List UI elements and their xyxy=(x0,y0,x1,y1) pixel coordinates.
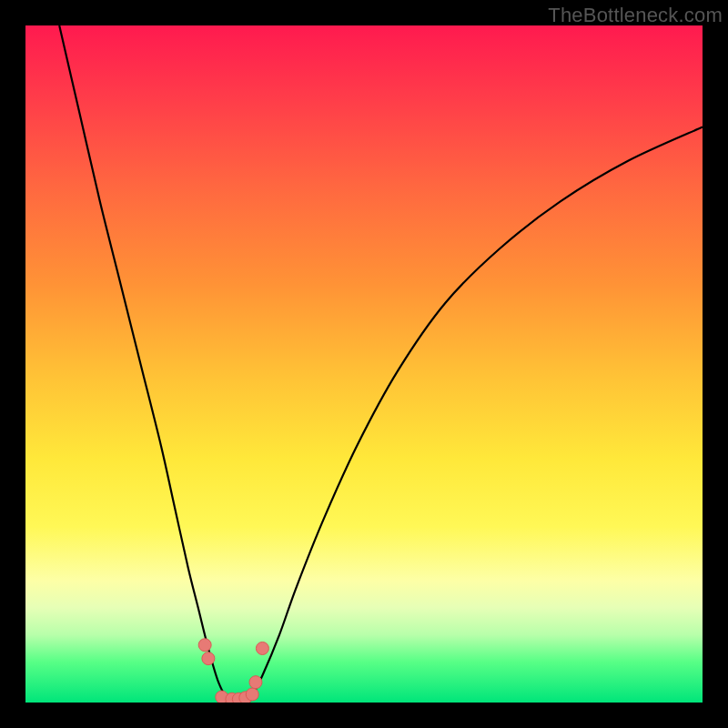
curve-layer xyxy=(25,25,703,703)
left-curve xyxy=(59,25,228,703)
chart-frame: TheBottleneck.com xyxy=(0,0,728,728)
data-point xyxy=(246,688,258,701)
data-point xyxy=(202,652,215,665)
right-curve xyxy=(249,127,703,703)
data-points xyxy=(198,639,268,703)
data-point xyxy=(256,642,268,654)
data-point xyxy=(249,676,262,689)
plot-area xyxy=(25,25,703,703)
watermark-text: TheBottleneck.com xyxy=(548,4,723,27)
data-point xyxy=(198,639,211,652)
